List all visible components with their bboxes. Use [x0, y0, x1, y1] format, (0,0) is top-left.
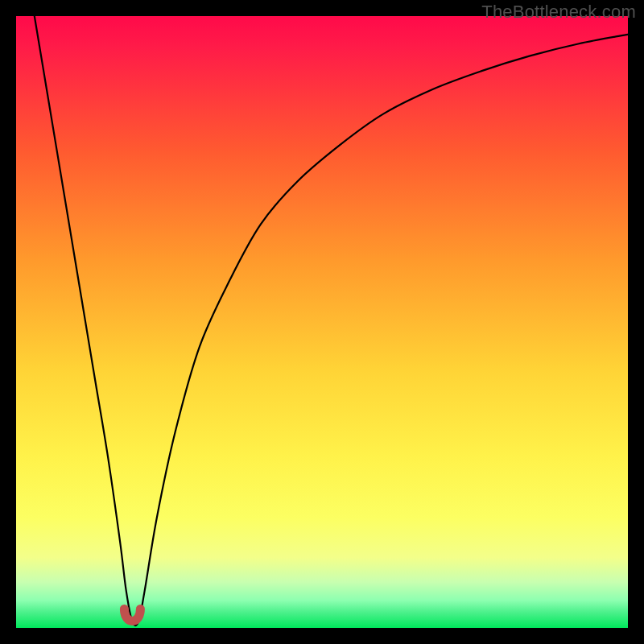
- gradient-background: [16, 16, 628, 628]
- watermark-text: TheBottleneck.com: [481, 2, 636, 23]
- plot-area: [16, 16, 628, 628]
- chart-svg: [16, 16, 628, 628]
- chart-frame: TheBottleneck.com: [0, 0, 644, 644]
